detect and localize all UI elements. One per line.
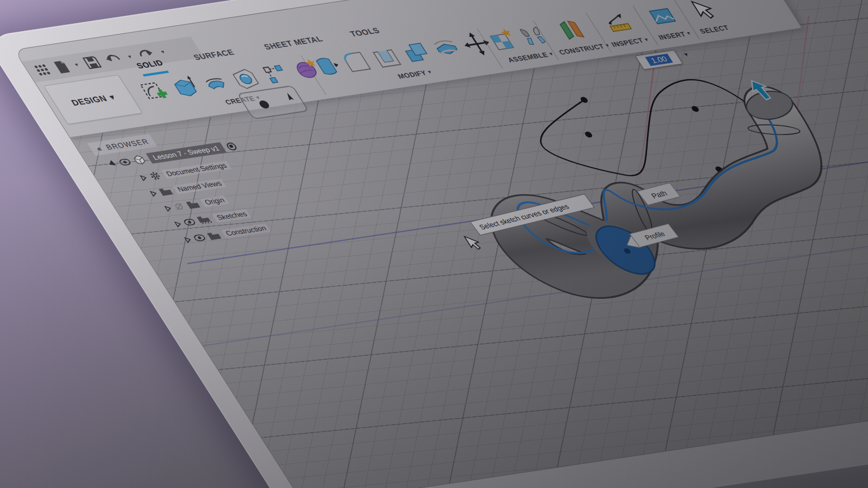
group-label-modify[interactable]: MODIFY ▾ — [396, 68, 433, 81]
dialog-dot-icon — [258, 100, 271, 109]
folder-icon — [185, 200, 201, 210]
group-label-insert[interactable]: INSERT ▾ — [657, 29, 692, 41]
browser-title: BROWSER — [104, 137, 150, 151]
activate-component-radio[interactable] — [225, 142, 238, 151]
undo-icon[interactable] — [102, 53, 124, 66]
fusion360-window: Path Profile Select sketch curves or edg… — [14, 0, 868, 488]
expand-arrow-icon[interactable] — [149, 190, 158, 196]
save-icon[interactable] — [83, 56, 102, 69]
redo-caret-icon[interactable]: ▾ — [160, 49, 166, 55]
group-label-select[interactable]: SELECT — [698, 24, 730, 35]
gear-icon — [147, 171, 163, 181]
expand-arrow-icon[interactable] — [140, 175, 148, 181]
file-new-icon[interactable] — [53, 60, 72, 74]
undo-caret-icon[interactable]: ▾ — [127, 54, 133, 60]
expand-arrow-icon[interactable] — [184, 236, 192, 242]
tab-tools[interactable]: TOOLS — [348, 26, 385, 45]
distance-value-text: 1.00 — [645, 54, 673, 66]
expand-arrow-icon[interactable] — [164, 205, 172, 211]
file-menu-caret-icon[interactable]: ▾ — [73, 62, 80, 68]
pen-cursor-icon — [283, 92, 298, 104]
photo-background: Path Profile Select sketch curves or edg… — [0, 0, 868, 488]
expanded-arrow-icon[interactable] — [109, 160, 117, 168]
workspace-label: DESIGN — [69, 93, 108, 107]
hidden-bulb-icon[interactable] — [172, 202, 186, 211]
sketch-folder-icon — [196, 215, 214, 225]
insert-canvas-icon[interactable] — [643, 3, 682, 29]
group-label-construct[interactable]: CONSTRUCT ▾ — [557, 42, 611, 56]
app-grid-icon[interactable] — [33, 63, 53, 77]
collapse-panel-icon[interactable]: « — [94, 144, 103, 152]
folder-icon — [158, 187, 174, 197]
eye-icon[interactable] — [118, 158, 132, 166]
workspace-switcher[interactable]: DESIGN ▾ — [44, 75, 143, 124]
expand-arrow-icon[interactable] — [174, 221, 183, 227]
select-cursor-icon[interactable] — [684, 0, 721, 23]
folder-icon — [206, 231, 223, 241]
eye-icon[interactable] — [183, 218, 197, 226]
workspace-caret-icon: ▾ — [107, 93, 117, 101]
mouse-cursor-icon — [465, 235, 483, 250]
component-cube-icon — [131, 154, 149, 165]
measure-icon[interactable] — [598, 10, 637, 36]
construction-plane-icon[interactable] — [553, 16, 592, 43]
eye-icon[interactable] — [193, 234, 207, 242]
